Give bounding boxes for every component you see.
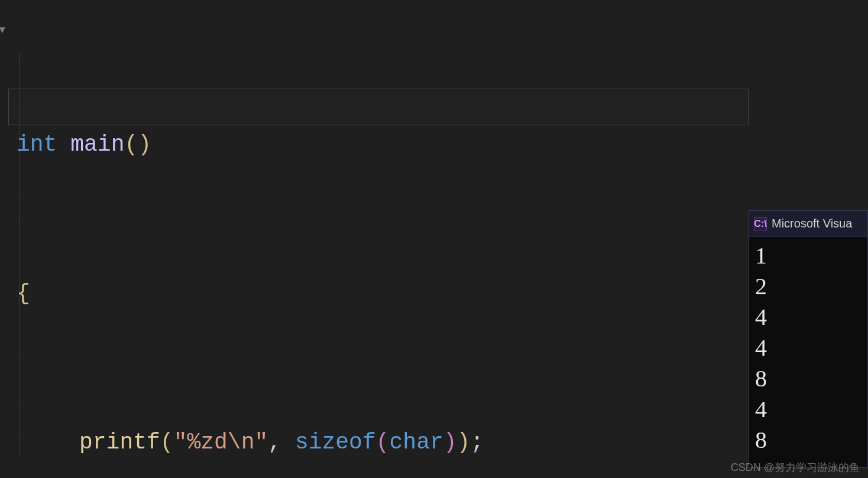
console-line: 8 xyxy=(755,363,863,394)
console-title-text: Microsoft Visua xyxy=(772,217,852,230)
console-line: 4 xyxy=(755,394,863,425)
code-block[interactable]: int main() { printf("%zd\n", sizeof(char… xyxy=(17,14,551,478)
code-line[interactable]: { xyxy=(17,275,551,312)
console-body[interactable]: 1 2 4 4 8 4 8 xyxy=(749,237,867,456)
string-literal: "%zd\n" xyxy=(174,430,268,455)
code-line[interactable]: printf("%zd\n", sizeof(char)); xyxy=(17,424,551,461)
fn-main: main xyxy=(70,132,124,157)
code-editor[interactable]: ▾ int main() { printf("%zd\n", sizeof(ch… xyxy=(0,0,868,478)
console-line: 4 xyxy=(755,302,863,333)
fold-chevron-icon[interactable]: ▾ xyxy=(0,20,7,39)
vs-icon: C:\ xyxy=(754,217,767,230)
type-name: char xyxy=(390,430,443,455)
console-titlebar[interactable]: C:\ Microsoft Visua xyxy=(749,211,867,237)
editor-gutter: ▾ xyxy=(0,0,18,478)
code-line[interactable]: int main() xyxy=(17,126,551,163)
console-line: 4 xyxy=(755,333,863,363)
console-line: 2 xyxy=(755,271,863,302)
console-line: 1 xyxy=(755,240,863,271)
console-line: 8 xyxy=(755,425,863,456)
fn-printf: printf xyxy=(79,430,160,455)
open-brace: { xyxy=(17,281,30,306)
console-window[interactable]: C:\ Microsoft Visua 1 2 4 4 8 4 8 xyxy=(749,210,868,468)
keyword-int: int xyxy=(17,132,57,157)
keyword-sizeof: sizeof xyxy=(295,430,376,455)
